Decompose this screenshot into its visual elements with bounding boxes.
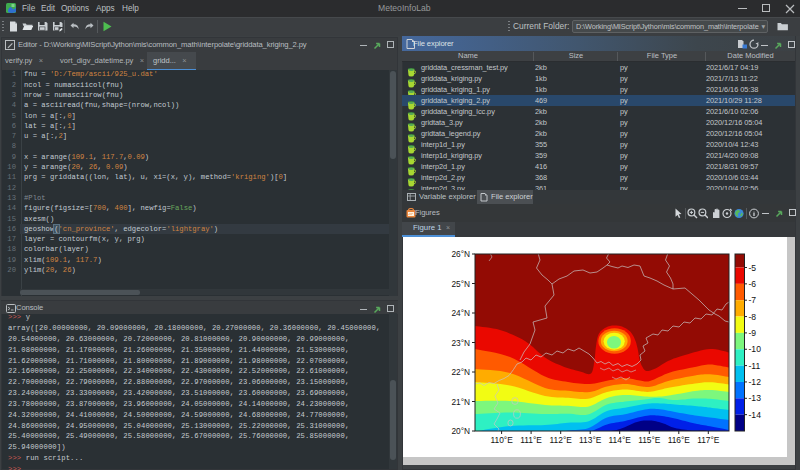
- svg-text:25°N: 25°N: [451, 279, 470, 289]
- svg-text:111°E: 111°E: [520, 435, 542, 445]
- svg-text:-14: -14: [749, 410, 762, 420]
- svg-text:115°E: 115°E: [638, 435, 661, 445]
- svg-text:-9: -9: [749, 328, 757, 338]
- svg-text:-10: -10: [749, 344, 762, 354]
- svg-text:-13: -13: [749, 393, 762, 403]
- svg-text:-7: -7: [749, 295, 757, 305]
- svg-text:26°N: 26°N: [451, 249, 470, 259]
- svg-text:22°N: 22°N: [451, 367, 470, 377]
- svg-text:112°E: 112°E: [550, 435, 573, 445]
- svg-text:-8: -8: [749, 312, 757, 322]
- svg-text:116°E: 116°E: [668, 435, 691, 445]
- svg-text:110°E: 110°E: [490, 435, 513, 445]
- svg-text:-5: -5: [749, 263, 757, 273]
- svg-text:114°E: 114°E: [609, 435, 632, 445]
- svg-text:117°E: 117°E: [697, 435, 720, 445]
- svg-text:-11: -11: [749, 361, 761, 371]
- svg-text:24°N: 24°N: [451, 308, 470, 318]
- svg-text:20°N: 20°N: [451, 426, 470, 436]
- svg-text:-6: -6: [749, 279, 757, 289]
- svg-text:21°N: 21°N: [451, 397, 470, 407]
- svg-text:-12: -12: [749, 377, 762, 387]
- svg-text:113°E: 113°E: [579, 435, 602, 445]
- svg-text:23°N: 23°N: [451, 338, 470, 348]
